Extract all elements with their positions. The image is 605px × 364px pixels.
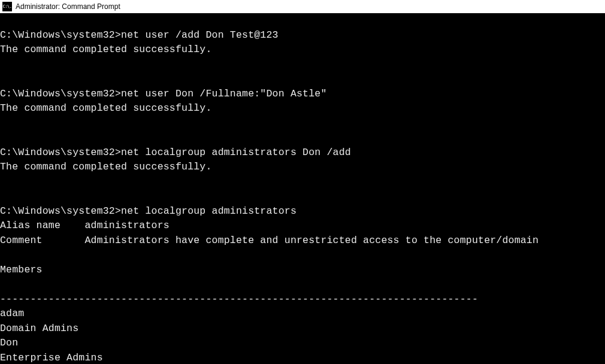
cmd-icon: C:\. xyxy=(2,2,12,11)
terminal-output: C:\Windows\system32>net user /add Don Te… xyxy=(0,13,605,364)
window-title: Administrator: Command Prompt xyxy=(16,2,120,11)
terminal-area[interactable]: C:\Windows\system32>net user /add Don Te… xyxy=(0,13,605,364)
title-bar[interactable]: C:\. Administrator: Command Prompt xyxy=(0,0,605,13)
